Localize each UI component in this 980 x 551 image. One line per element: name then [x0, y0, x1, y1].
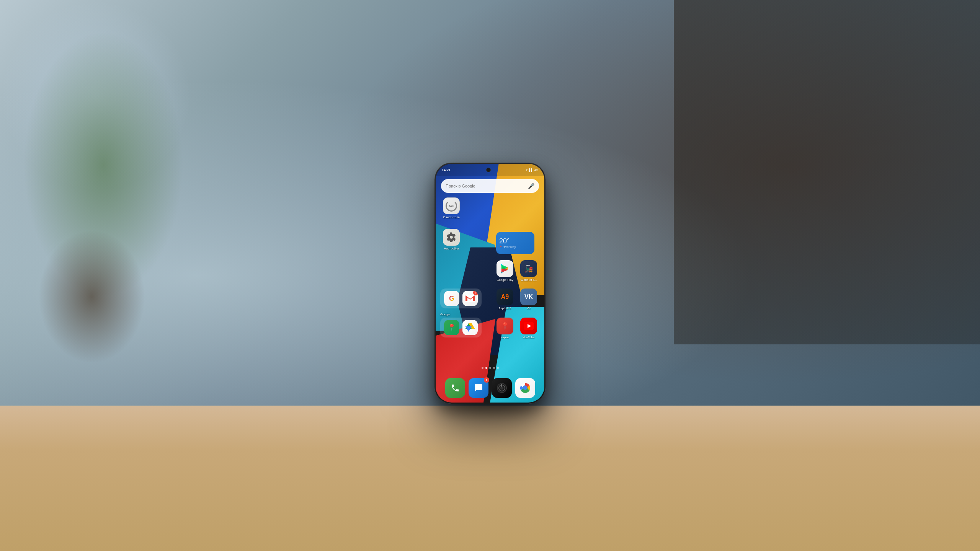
app-settings[interactable]: Настройки [440, 229, 462, 250]
app-drive[interactable] [461, 320, 479, 335]
messages-bubble-icon [474, 383, 483, 393]
cleaner-icon-img: 34% [443, 197, 460, 214]
right-apps: A9 Asphalt 9 VK VK [494, 289, 540, 310]
power-button-icon [497, 383, 507, 393]
app-maps-google[interactable]: 📍 [443, 320, 461, 335]
app-row-5: 📍 [436, 318, 544, 339]
wot-label: World of T... [521, 278, 537, 282]
phone-screen: 14:21 ▾ ▌▌ 4G Поиск в Google 🎤 [436, 164, 544, 403]
phone: 14:21 ▾ ▌▌ 4G Поиск в Google 🎤 [434, 163, 546, 404]
status-bar: 14:21 ▾ ▌▌ 4G [436, 164, 544, 176]
asphalt-icon-img: A9 [497, 289, 513, 305]
cleaner-circle: 34% [446, 200, 457, 212]
phone-call-icon [451, 383, 460, 393]
page-dots [436, 367, 544, 369]
app-karty[interactable]: 📍 Карты [494, 318, 516, 339]
page-dot-2[interactable] [485, 367, 487, 369]
svg-point-12 [523, 386, 527, 390]
search-placeholder: Поиск в Google [446, 184, 528, 188]
monitor-background [674, 0, 980, 344]
cleaner-label: Очиститель [443, 215, 460, 219]
status-indicators: ▾ ▌▌ 4G [526, 168, 538, 172]
app-row-3: Google Play 🚂 World of T... [436, 260, 544, 282]
app-google-play[interactable]: Google Play [494, 260, 516, 282]
search-bar[interactable]: Поиск в Google 🎤 [441, 179, 539, 193]
google-folder-label: Google [440, 310, 450, 317]
chrome-logo-icon [520, 383, 531, 393]
dock-chrome[interactable] [515, 378, 535, 398]
youtube-icon-img [520, 318, 537, 334]
maps-icon-img: 📍 [444, 320, 459, 335]
google-folder[interactable]: G ! [440, 289, 482, 308]
drive-triangle-icon [465, 323, 475, 332]
youtube-label: YouTube [523, 336, 534, 339]
status-time: 14:21 [442, 168, 451, 172]
vk-label: VK [527, 306, 531, 310]
karty-label: Карты [501, 336, 510, 339]
settings-icon-img [443, 229, 460, 246]
page-dot-5[interactable] [497, 367, 499, 369]
asphalt-label: Asphalt 9 [498, 306, 511, 310]
google-g-letter: G [449, 295, 454, 303]
app-asphalt[interactable]: A9 Asphalt 9 [494, 289, 516, 310]
app-row-4: G ! [436, 289, 544, 310]
gmail-envelope-icon [466, 295, 475, 302]
dock: 1 [436, 378, 544, 398]
gmail-badge: ! [473, 291, 478, 295]
google-icon-img: G [444, 291, 459, 306]
desk-surface [0, 406, 980, 551]
app-row-2: Настройки [436, 229, 544, 250]
gmail-icon-img: ! [462, 291, 478, 306]
gplay-icon-img [497, 260, 513, 277]
page-dot-4[interactable] [493, 367, 495, 369]
page-dot-1[interactable] [482, 367, 483, 369]
settings-label: Настройки [444, 247, 459, 250]
app-world-of-tanks[interactable]: 🚂 World of T... [518, 260, 540, 282]
dock-messages[interactable]: 1 [469, 378, 488, 398]
google-group-label: Google [440, 313, 450, 316]
svg-point-8 [500, 386, 503, 390]
drive-icon-img [462, 320, 478, 335]
maps-folder[interactable]: 📍 [440, 318, 482, 337]
dock-camera[interactable] [492, 378, 512, 398]
karty-youtube: 📍 Карты YouTube [494, 318, 540, 339]
wot-icon-img: 🚂 [520, 260, 537, 277]
gplay-triangle-icon [500, 263, 510, 274]
app-youtube[interactable]: YouTube [518, 318, 540, 339]
app-cleaner[interactable]: 34% Очиститель [440, 197, 462, 220]
gplay-label: Google Play [497, 278, 513, 282]
app-gmail[interactable]: ! [461, 291, 479, 306]
wifi-icon: ▾ [526, 168, 528, 172]
pot-background [38, 230, 145, 364]
settings-gear-icon [446, 232, 456, 242]
page-dot-3[interactable] [489, 367, 491, 369]
network-type: 4G [534, 168, 538, 172]
app-vk[interactable]: VK VK [518, 289, 540, 310]
vk-icon-img: VK [520, 289, 537, 305]
phone-body: 14:21 ▾ ▌▌ 4G Поиск в Google 🎤 [434, 163, 546, 404]
youtube-play-icon [524, 322, 534, 330]
dock-phone[interactable] [445, 378, 465, 398]
signal-icon: ▌▌ [529, 168, 533, 172]
camera-dot [486, 168, 491, 172]
microphone-icon[interactable]: 🎤 [528, 183, 534, 189]
app-google[interactable]: G [443, 291, 461, 306]
messages-badge: 1 [484, 377, 489, 383]
app-row-1: 34% Очиститель 20° 📍 Tverskoy [436, 197, 544, 220]
karty-icon-img: 📍 [497, 318, 513, 334]
